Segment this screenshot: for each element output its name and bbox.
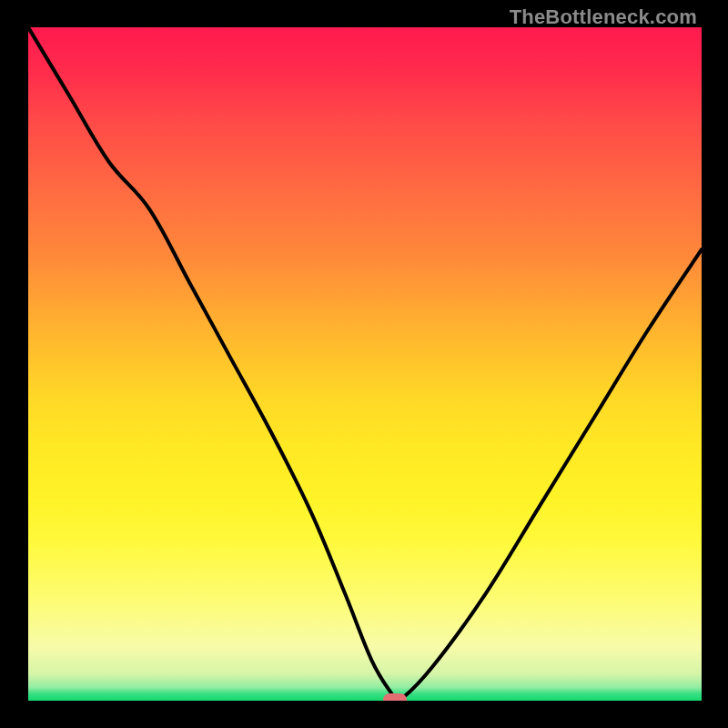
optimum-marker bbox=[383, 693, 407, 701]
watermark-text: TheBottleneck.com bbox=[510, 5, 697, 29]
bottleneck-curve bbox=[28, 27, 702, 701]
plot-area bbox=[28, 27, 702, 701]
chart-frame: TheBottleneck.com bbox=[0, 0, 728, 728]
